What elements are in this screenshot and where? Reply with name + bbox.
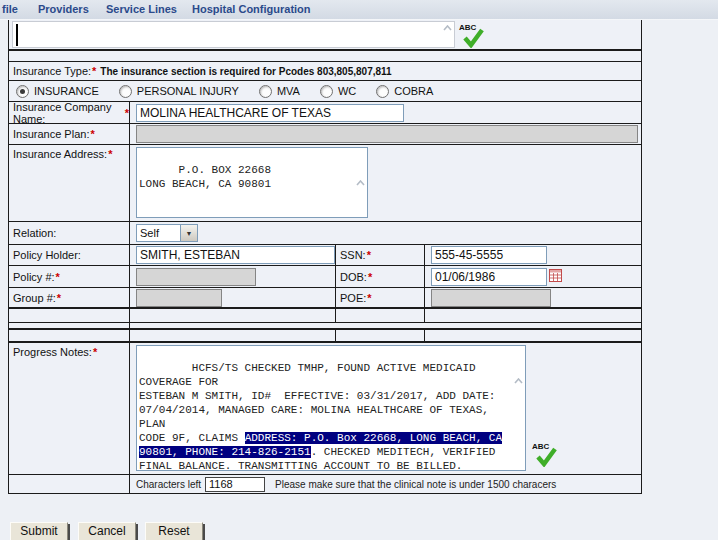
nav-item-providers[interactable]: Providers	[38, 3, 89, 15]
green-check-icon	[462, 28, 484, 48]
insurance-type-note: The insurance section is required for Pc…	[100, 66, 391, 77]
radio-icon[interactable]	[376, 85, 389, 98]
ssn-input[interactable]: 555-45-5555	[431, 246, 547, 264]
text-cursor	[16, 24, 18, 46]
radio-option-cobra[interactable]: COBRA	[376, 85, 433, 98]
characters-left-row: Characters left 1168 Please make sure th…	[9, 475, 641, 493]
relation-row: Relation: Self ▼	[9, 222, 641, 245]
top-textarea[interactable]	[12, 21, 455, 48]
relation-label: Relation:	[13, 227, 56, 239]
radio-option-personal-injury[interactable]: PERSONAL INJURY	[119, 85, 239, 98]
green-check-icon	[535, 447, 557, 467]
characters-left-input[interactable]: 1168	[205, 477, 265, 492]
thin-row	[9, 323, 641, 330]
insurance-plan-row: Insurance Plan:*	[9, 124, 641, 145]
radio-option-mva[interactable]: MVA	[259, 85, 300, 98]
scroll-up-icon[interactable]	[514, 350, 523, 356]
progress-notes-row: Progress Notes:* HCFS/TS CHECKED TMHP, F…	[9, 343, 641, 475]
nav-item-file[interactable]: file	[2, 3, 18, 15]
policy-number-row: Policy #:* DOB:* 01/06/1986	[9, 266, 641, 288]
spellcheck-icon[interactable]: ABC	[459, 23, 487, 51]
ssn-label: SSN:	[340, 249, 366, 261]
relation-select[interactable]: Self ▼	[136, 224, 198, 242]
spacer-row	[9, 51, 641, 62]
insurance-plan-input	[136, 125, 638, 143]
scroll-down-icon[interactable]	[514, 460, 523, 466]
characters-left-note: Please make sure that the clinical note …	[275, 479, 556, 490]
scroll-down-icon[interactable]	[356, 207, 365, 213]
radio-option-insurance[interactable]: INSURANCE	[16, 85, 99, 98]
group-number-label: Group #:	[13, 292, 56, 304]
group-number-row: Group #:* POE:*	[9, 288, 641, 309]
insurance-type-options-row: INSURANCE PERSONAL INJURY MVA WC COBRA	[9, 81, 641, 102]
insurance-type-label: Insurance Type:	[13, 65, 91, 77]
cancel-button[interactable]: Cancel	[78, 522, 136, 540]
dropdown-arrow-icon[interactable]: ▼	[180, 225, 197, 241]
empty-row	[9, 330, 641, 343]
poe-input	[431, 289, 551, 307]
scroll-up-icon[interactable]	[443, 25, 452, 31]
progress-notes-label: Progress Notes:	[13, 346, 92, 358]
dob-input[interactable]: 01/06/1986	[431, 268, 547, 286]
insurance-address-label: Insurance Address:	[13, 148, 107, 160]
radio-icon[interactable]	[119, 85, 132, 98]
policy-number-input	[136, 268, 256, 286]
insurance-company-input[interactable]: MOLINA HEALTHCARE OF TEXAS	[136, 104, 404, 122]
radio-icon[interactable]	[259, 85, 272, 98]
calendar-icon[interactable]	[549, 268, 562, 286]
progress-notes-textarea[interactable]: HCFS/TS CHECKED TMHP, FOUND ACTIVE MEDIC…	[136, 345, 526, 471]
top-navbar: file Providers Service Lines Hospital Co…	[0, 0, 718, 20]
policy-holder-label: Policy Holder:	[13, 249, 81, 261]
insurance-plan-label: Insurance Plan:	[13, 128, 89, 140]
spellcheck-icon[interactable]: ABC	[532, 442, 560, 470]
group-number-input	[136, 289, 222, 307]
insurance-company-row: Insurance Company Name:* MOLINA HEALTHCA…	[9, 102, 641, 124]
scroll-up-icon[interactable]	[356, 152, 365, 158]
nav-item-hospital-configuration[interactable]: Hospital Configuration	[192, 3, 311, 15]
radio-selected-icon[interactable]	[16, 85, 29, 98]
characters-left-label: Characters left	[136, 479, 201, 490]
submit-button[interactable]: Submit	[10, 522, 68, 540]
insurance-address-textarea[interactable]: P.O. BOX 22668 LONG BEACH, CA 90801	[136, 147, 368, 218]
radio-icon[interactable]	[320, 85, 333, 98]
policy-holder-row: Policy Holder: SMITH, ESTEBAN SSN:* 555-…	[9, 245, 641, 266]
insurance-address-row: Insurance Address:* P.O. BOX 22668 LONG …	[9, 145, 641, 222]
top-note-row: ABC	[9, 20, 641, 51]
policy-holder-input[interactable]: SMITH, ESTEBAN	[136, 246, 335, 264]
insurance-form-table: ABC Insurance Type: * The insurance sect…	[8, 20, 642, 494]
insurance-company-label: Insurance Company Name:	[13, 101, 124, 125]
reset-button[interactable]: Reset	[145, 522, 203, 540]
nav-item-service-lines[interactable]: Service Lines	[106, 3, 177, 15]
insurance-type-row: Insurance Type: * The insurance section …	[9, 62, 641, 81]
required-asterisk: *	[92, 65, 96, 77]
radio-option-wc[interactable]: WC	[320, 85, 356, 98]
empty-row	[9, 309, 641, 323]
dob-label: DOB:	[340, 271, 367, 283]
policy-number-label: Policy #:	[13, 271, 55, 283]
poe-label: POE:	[340, 292, 366, 304]
